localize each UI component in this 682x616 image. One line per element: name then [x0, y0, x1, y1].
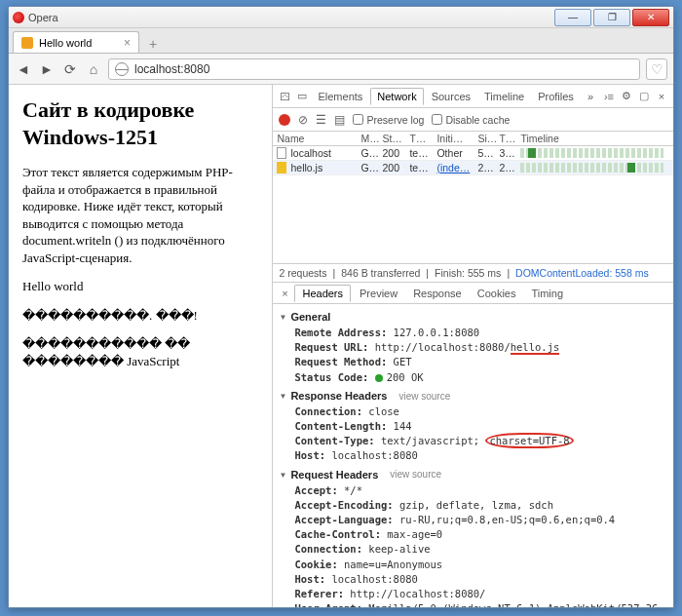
inspect-icon[interactable]: ⮹ [277, 89, 292, 104]
filter-icon[interactable]: ☰ [316, 113, 326, 127]
network-columns: Name M… St… T… Initi… Si… T… Timeline [273, 132, 673, 146]
col-timeline[interactable]: Timeline [520, 133, 669, 144]
col-type[interactable]: T… [409, 133, 436, 144]
view-source-link[interactable]: view source [390, 468, 441, 482]
new-tab-button[interactable]: + [143, 35, 163, 53]
tab-title: Hello world [39, 37, 92, 49]
tab-sources[interactable]: Sources [426, 89, 476, 104]
url-highlight: hello.js [511, 341, 560, 355]
tab-close-icon[interactable]: × [124, 36, 131, 50]
col-time[interactable]: T… [499, 133, 520, 144]
page-para: ����������. ���! [22, 307, 258, 325]
settings-icon[interactable]: ⚙ [619, 89, 634, 104]
col-method[interactable]: M… [360, 133, 382, 144]
col-initiator[interactable]: Initi… [436, 133, 477, 144]
script-icon [277, 162, 286, 173]
browser-window: Opera — ❐ ✕ Hello world × + ◄ ► ⟳ ⌂ loca… [8, 6, 674, 608]
timeline-bar [520, 148, 663, 158]
home-button[interactable]: ⌂ [85, 60, 102, 78]
section-response-headers[interactable]: Response Headersview source [279, 389, 667, 404]
network-row[interactable]: hello.js G… 200 te… (inde… 2… 2… [273, 161, 673, 175]
device-icon[interactable]: ▭ [294, 89, 310, 104]
col-size[interactable]: Si… [477, 133, 499, 144]
dock-icon[interactable]: ▢ [636, 89, 652, 104]
subtab-cookies[interactable]: Cookies [471, 286, 523, 301]
network-toolbar: ⊘ ☰ ▤ Preserve log Disable cache [273, 108, 673, 132]
devtools-panel: ⮹ ▭ Elements Network Sources Timeline Pr… [272, 85, 673, 607]
timeline-bar [520, 163, 663, 173]
page-heading: Сайт в кодировке Windows-1251 [22, 96, 258, 150]
minimize-button[interactable]: — [554, 9, 591, 26]
app-name: Opera [28, 12, 58, 23]
back-button[interactable]: ◄ [15, 60, 32, 78]
section-general[interactable]: General [279, 310, 667, 326]
nav-bar: ◄ ► ⟳ ⌂ localhost:8080 ♡ [9, 54, 673, 85]
tab-timeline[interactable]: Timeline [478, 89, 530, 104]
tab-strip: Hello world × + [9, 28, 673, 54]
charset-highlight: charset=UTF-8 [485, 433, 573, 448]
window-close-button[interactable]: ✕ [632, 9, 669, 26]
forward-button[interactable]: ► [38, 60, 56, 78]
titlebar: Opera — ❐ ✕ [9, 7, 673, 28]
document-icon [277, 147, 286, 159]
request-subtabs: × Headers Preview Response Cookies Timin… [273, 283, 673, 304]
tab-elements[interactable]: Elements [312, 89, 368, 104]
clear-icon[interactable]: ⊘ [298, 113, 308, 127]
preserve-log-checkbox[interactable]: Preserve log [353, 114, 424, 126]
page-para: ����������� �� �������� JavaScript [22, 335, 258, 369]
content-area: Сайт в кодировке Windows-1251 Этот текст… [9, 85, 673, 607]
address-bar[interactable]: localhost:8080 [108, 58, 640, 80]
app-menu[interactable]: Opera [13, 12, 58, 23]
page-para: Hello world [22, 278, 258, 295]
network-summary: 2 requests| 846 B transferred| Finish: 5… [273, 263, 673, 283]
record-button[interactable] [279, 114, 290, 126]
subtab-headers[interactable]: Headers [294, 285, 351, 302]
disable-cache-checkbox[interactable]: Disable cache [432, 114, 510, 126]
subtab-timing[interactable]: Timing [524, 286, 570, 301]
browser-tab[interactable]: Hello world × [13, 31, 139, 53]
subtab-response[interactable]: Response [406, 286, 469, 301]
tab-more[interactable]: » [582, 89, 599, 104]
favicon-icon [21, 37, 33, 49]
maximize-button[interactable]: ❐ [593, 9, 630, 26]
bookmark-button[interactable]: ♡ [646, 58, 667, 80]
col-status[interactable]: St… [382, 133, 409, 144]
console-toggle-icon[interactable]: ›≡ [601, 89, 617, 104]
tab-network[interactable]: Network [370, 88, 423, 105]
initiator-link[interactable]: (inde… [436, 162, 477, 173]
url-text: localhost:8080 [134, 62, 209, 76]
status-dot-icon [375, 374, 383, 382]
network-row[interactable]: localhost G… 200 te… Other 5… 3… [273, 146, 673, 161]
row-name: localhost [290, 147, 330, 159]
tab-profiles[interactable]: Profiles [532, 89, 580, 104]
devtools-close-icon[interactable]: × [654, 89, 669, 104]
page-para: Этот текст является содержимым PHP-файла… [22, 164, 258, 266]
filmstrip-icon[interactable]: ▤ [334, 113, 345, 127]
reload-button[interactable]: ⟳ [61, 60, 79, 78]
row-name: hello.js [290, 162, 322, 173]
section-request-headers[interactable]: Request Headersview source [279, 468, 667, 483]
rendered-page: Сайт в кодировке Windows-1251 Этот текст… [9, 85, 272, 607]
subtab-preview[interactable]: Preview [353, 286, 404, 301]
headers-details: General Remote Address: 127.0.0.1:8080 R… [273, 304, 673, 607]
devtools-tabs: ⮹ ▭ Elements Network Sources Timeline Pr… [273, 85, 673, 108]
col-name[interactable]: Name [277, 133, 360, 144]
view-source-link[interactable]: view source [398, 390, 450, 404]
globe-icon [115, 62, 129, 76]
opera-icon [13, 12, 24, 23]
close-details-icon[interactable]: × [277, 288, 292, 299]
